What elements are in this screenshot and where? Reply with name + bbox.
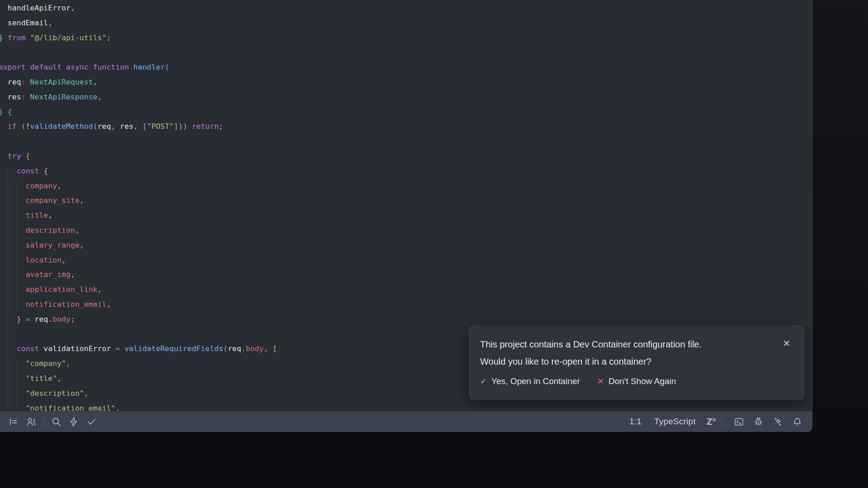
code-line[interactable]: avatar_img,: [0, 267, 812, 282]
code-line[interactable]: company_site,: [0, 193, 812, 208]
terminal-icon: [734, 417, 744, 427]
code-token: ,: [111, 122, 115, 131]
code-line[interactable]: description,: [0, 223, 812, 238]
code-line[interactable]: notification_email,: [0, 297, 812, 312]
cursor-position[interactable]: 1:1: [629, 417, 642, 427]
code-line[interactable]: salary_range,: [0, 238, 812, 253]
code-line[interactable]: sendEmail,: [0, 16, 812, 31]
code-token: res: [0, 93, 21, 101]
code-token: req: [0, 78, 21, 86]
indent-guide: [17, 357, 17, 411]
code-token: ,: [75, 226, 80, 235]
code-token: ,: [264, 344, 268, 353]
assistant-button[interactable]: [770, 414, 785, 429]
code-token: handler: [129, 63, 165, 71]
code-token: ]: [174, 122, 179, 131]
code-token: ,: [48, 211, 52, 220]
search-button[interactable]: [48, 414, 64, 429]
code-line[interactable]: ) {: [0, 105, 812, 120]
status-bar-divider: [722, 416, 722, 427]
code-token: ;: [71, 315, 75, 324]
code-token: .: [48, 315, 52, 324]
code-line[interactable]: company,: [0, 179, 812, 194]
code-line[interactable]: [0, 134, 812, 149]
notification-message-line1: This project contains a Dev Container co…: [480, 336, 793, 353]
code-token: "description": [0, 389, 84, 398]
code-token: ,: [61, 256, 66, 264]
notifications-button[interactable]: [789, 414, 805, 429]
indent-guide: [8, 164, 8, 411]
code-token: try: [0, 152, 21, 160]
code-line[interactable]: req: NextApiRequest,: [0, 75, 812, 90]
status-bar-right: 1:1 TypeScript Z»: [629, 414, 805, 429]
code-line[interactable]: if (!validateMethod(req, res, ["POST"]))…: [0, 119, 812, 134]
code-line[interactable]: location,: [0, 253, 812, 268]
language-selector[interactable]: TypeScript: [654, 417, 696, 427]
code-line[interactable]: application_link,: [0, 282, 812, 297]
close-icon[interactable]: ✕: [780, 337, 793, 350]
diagnostics-button[interactable]: [84, 414, 99, 429]
code-token: ,: [84, 389, 89, 398]
search-icon: [51, 417, 61, 427]
code-token: {: [21, 152, 30, 160]
open-in-container-button[interactable]: ✓ Yes, Open in Container: [480, 376, 580, 386]
code-token: ;: [219, 122, 223, 131]
bug-icon: [753, 417, 764, 427]
code-token: req: [228, 344, 241, 353]
code-token: description: [0, 226, 75, 235]
code-token: company: [0, 182, 57, 190]
code-line[interactable]: export default async function handler(: [0, 60, 812, 75]
code-token: (: [165, 63, 170, 71]
code-line[interactable]: "notification_email",: [0, 401, 812, 411]
edit-prediction-button[interactable]: Z»: [707, 417, 716, 426]
code-token: }: [0, 315, 21, 324]
debugger-button[interactable]: [750, 414, 766, 429]
terminal-button[interactable]: [731, 414, 746, 429]
code-token: "POST": [147, 122, 174, 131]
code-token: ,: [71, 4, 75, 12]
code-token: const: [0, 167, 39, 175]
code-token: ,: [98, 93, 102, 101]
open-in-container-label: Yes, Open in Container: [491, 376, 580, 386]
code-token: body: [245, 344, 264, 353]
status-bar-left: [5, 414, 101, 429]
code-token: =: [21, 315, 30, 324]
code-token: location: [0, 256, 61, 264]
code-token: validationError: [39, 344, 111, 353]
code-token: ,: [66, 359, 71, 368]
code-token: req: [30, 315, 48, 324]
code-token: :: [21, 78, 26, 86]
code-line[interactable]: } from "@/lib/api-utils";: [0, 31, 812, 46]
code-line[interactable]: title,: [0, 208, 812, 223]
code-token: ) {: [0, 108, 12, 116]
code-line[interactable]: res: NextApiResponse,: [0, 90, 812, 105]
code-token: avatar_img: [0, 270, 71, 279]
quick-actions-button[interactable]: [66, 414, 81, 429]
code-token: ,: [106, 300, 111, 309]
code-token: validateMethod: [30, 122, 93, 131]
code-token: if: [0, 122, 17, 131]
dont-show-again-button[interactable]: ✕ Don't Show Again: [597, 376, 676, 386]
status-bar-divider: [43, 416, 44, 427]
code-token: req: [98, 122, 111, 131]
code-token: ,: [80, 196, 84, 205]
collaboration-button[interactable]: [23, 414, 38, 429]
code-line[interactable]: handleApiError,: [0, 1, 812, 16]
notification-message-line2: Would you like to re-open it in a contai…: [480, 353, 793, 370]
code-token: ;: [106, 33, 111, 42]
code-token: NextApiRequest: [26, 78, 93, 86]
code-token: ,: [98, 285, 102, 294]
notification-actions: ✓ Yes, Open in Container ✕ Don't Show Ag…: [480, 376, 793, 386]
code-token: ,: [133, 122, 138, 131]
code-line[interactable]: } = req.body;: [0, 312, 812, 327]
outline-panel-button[interactable]: [5, 414, 21, 429]
sparkles-icon: [773, 417, 783, 427]
code-line[interactable]: [0, 45, 812, 60]
dont-show-again-label: Don't Show Again: [609, 376, 676, 386]
code-token: !: [26, 122, 30, 131]
code-line[interactable]: try {: [0, 149, 812, 164]
code-line[interactable]: const {: [0, 164, 812, 179]
code-token: =: [111, 344, 120, 353]
code-token: ,: [80, 241, 84, 249]
code-token: }: [0, 33, 3, 42]
